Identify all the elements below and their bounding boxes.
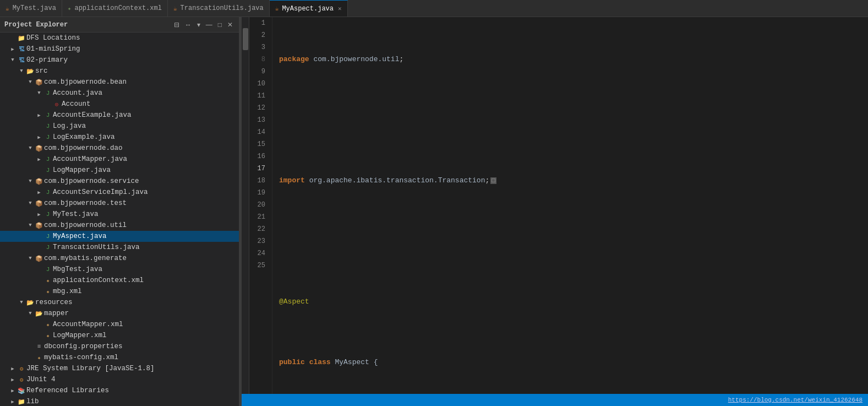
tree-label: applicationContext.xml — [53, 277, 239, 284]
code-line-3: import org.apache.ibatis.transaction.Tra… — [279, 175, 868, 187]
close-sidebar-button[interactable]: ✕ — [226, 20, 234, 29]
properties-icon: ≡ — [34, 343, 44, 350]
code-line-10: public class MyAspect { — [279, 356, 868, 369]
xml-icon: ✦ — [68, 5, 72, 12]
java-file-icon: J — [43, 112, 53, 118]
line-num-2: 2 — [254, 29, 265, 41]
line-num-20: 24 — [254, 247, 265, 259]
minimize-button[interactable]: — — [204, 20, 214, 29]
tree-label: com.bjpowernode.test — [44, 199, 239, 207]
tree-item-myaspectjava[interactable]: J MyAspect.java — [0, 231, 239, 242]
tree-item-referenced-libraries[interactable]: ▶ 📚 Referenced Libraries — [0, 385, 239, 396]
project-icon: 🏗 — [17, 46, 26, 53]
line-num-21: 25 — [254, 259, 265, 272]
tree-item-01-minispring[interactable]: ▶ 🏗 01-miniSpring — [0, 44, 239, 55]
tree-label: com.bjpowernode.service — [44, 177, 239, 185]
xml-file-icon: ✦ — [43, 288, 53, 295]
line-num-10: 14 — [254, 126, 265, 138]
line-num-8: 12 — [254, 102, 265, 114]
tab-transactionutilsjava[interactable]: ☕ TranscationUtils.java — [168, 0, 270, 17]
tab-label: TranscationUtils.java — [181, 4, 264, 12]
tree-item-com-mybatis[interactable]: ▼ 📦 com.mybatis.generate — [0, 253, 239, 264]
line-num-17: 21 — [254, 211, 265, 223]
tree-item-lib[interactable]: ▶ 📁 lib — [0, 396, 239, 406]
tree-item-src[interactable]: ▼ 📂 src — [0, 66, 239, 77]
tree-label: Referenced Libraries — [26, 387, 239, 394]
tree-item-com-test[interactable]: ▼ 📦 com.bjpowernode.test — [0, 198, 239, 209]
tree-item-dbconfigproperties[interactable]: ≡ dbconfig.properties — [0, 341, 239, 352]
tab-applicationcontextxml[interactable]: ✦ applicationContext.xml — [62, 0, 168, 17]
referenced-libs-icon: 📚 — [17, 387, 26, 394]
file-tree[interactable]: 📁 DFS Locations ▶ 🏗 01-miniSpring ▼ 🏗 02… — [0, 33, 239, 406]
folder-icon: 📁 — [17, 35, 26, 42]
tree-item-accountmapperxml[interactable]: ✦ AccountMapper.xml — [0, 319, 239, 330]
line-num-12: 16 — [254, 150, 265, 163]
java-icon: ☕ — [173, 5, 177, 12]
tree-item-com-service[interactable]: ▼ 📦 com.bjpowernode.service — [0, 176, 239, 187]
editor-area: 1 2 3 8 9 10 11 12 13 14 15 16 17 18 19 … — [242, 17, 868, 406]
tree-label: TranscationUtils.java — [53, 243, 239, 251]
tree-label: JRE System Library [JavaSE-1.8] — [26, 365, 239, 372]
tree-item-mapper[interactable]: ▼ 📂 mapper — [0, 308, 239, 319]
tree-label: MyAspect.java — [53, 232, 239, 240]
tree-label: Account — [62, 100, 239, 108]
tree-item-appcontextxml[interactable]: ✦ applicationContext.xml — [0, 275, 239, 286]
tree-item-com-dao[interactable]: ▼ 📦 com.bjpowernode.dao — [0, 143, 239, 154]
status-link[interactable]: https://blog.csdn.net/weixin_41262648 — [728, 397, 862, 403]
tab-close-button[interactable]: ✕ — [338, 5, 342, 12]
tree-item-accountjava[interactable]: ▼ J Account.java — [0, 88, 239, 99]
down-button[interactable]: ▾ — [195, 20, 202, 29]
tree-item-02-primary[interactable]: ▼ 🏗 02-primary — [0, 55, 239, 66]
tree-item-accountserviceimpljava[interactable]: ▶ J AccountServiceImpl.java — [0, 187, 239, 198]
java-file-icon: J — [43, 156, 53, 163]
tree-item-logjava[interactable]: J Log.java — [0, 121, 239, 132]
line-num-4: 8 — [254, 53, 265, 66]
junit-icon: ⚙ — [17, 376, 26, 383]
scroll-indicator[interactable] — [242, 17, 249, 394]
tree-item-logmapperxml[interactable]: ✦ LogMapper.xml — [0, 330, 239, 341]
link-button[interactable]: ↔ — [183, 20, 193, 29]
lib-folder-icon: 📁 — [17, 398, 26, 405]
tree-item-jre[interactable]: ▶ ⚙ JRE System Library [JavaSE-1.8] — [0, 363, 239, 374]
line-num-6: 10 — [254, 78, 265, 90]
tree-item-logmapperjava[interactable]: J LogMapper.java — [0, 165, 239, 176]
tree-item-mybatisconfigxml[interactable]: ✦ mybatis-config.xml — [0, 352, 239, 363]
line-num-19: 23 — [254, 235, 265, 247]
tree-item-com-util[interactable]: ▼ 📦 com.bjpowernode.util — [0, 220, 239, 231]
package-icon: 📦 — [34, 178, 44, 185]
sidebar-header: Project Explorer ⊟ ↔ ▾ — □ ✕ — [0, 17, 239, 33]
tree-item-resources[interactable]: ▼ 📂 resources — [0, 297, 239, 308]
package-icon: 📦 — [34, 222, 44, 229]
tab-myaspectjava[interactable]: ☕ MyAspect.java ✕ — [270, 0, 348, 17]
collapse-button[interactable]: ⊟ — [172, 20, 181, 29]
xml-file-icon: ✦ — [43, 321, 53, 328]
java-file-icon: J — [43, 167, 53, 174]
tree-item-dfs-locations[interactable]: 📁 DFS Locations — [0, 33, 239, 44]
tree-label: 01-miniSpring — [26, 45, 239, 53]
java-file-icon: J — [43, 189, 53, 196]
tab-label: MyAspect.java — [282, 5, 334, 13]
tree-label: mapper — [44, 310, 239, 317]
xml-file-icon: ✦ — [43, 332, 53, 339]
tree-label: 02-primary — [26, 56, 239, 64]
tree-item-logexamplejava[interactable]: ▶ J LogExample.java — [0, 132, 239, 143]
tree-item-transcationutilsjava[interactable]: J TranscationUtils.java — [0, 242, 239, 253]
tree-item-junit4[interactable]: ▶ ⚙ JUnit 4 — [0, 374, 239, 385]
line-num-5: 9 — [254, 66, 265, 78]
tree-item-mbgtestjava[interactable]: J MbgTest.java — [0, 264, 239, 275]
tree-item-com-bean[interactable]: ▼ 📦 com.bjpowernode.bean — [0, 77, 239, 88]
mapper-folder-icon: 📂 — [34, 310, 44, 317]
tree-item-mytestjava[interactable]: ▶ J MyTest.java — [0, 209, 239, 220]
tree-item-accountexamplejava[interactable]: ▶ J AccountExample.java — [0, 110, 239, 121]
scroll-thumb[interactable] — [243, 28, 248, 50]
code-editor[interactable]: 1 2 3 8 9 10 11 12 13 14 15 16 17 18 19 … — [242, 17, 868, 394]
tab-label: applicationContext.xml — [74, 4, 161, 12]
tree-item-account-class[interactable]: ⊙ Account — [0, 99, 239, 110]
tree-item-mbgxml[interactable]: ✦ mbg.xml — [0, 286, 239, 297]
tree-item-accountmapperjava[interactable]: ▶ J AccountMapper.java — [0, 154, 239, 165]
java-file-icon: J — [43, 211, 53, 218]
package-icon: 📦 — [34, 255, 44, 262]
maximize-button[interactable]: □ — [216, 20, 223, 29]
code-text: package com.bjpowernode.util; import org… — [272, 17, 868, 394]
tab-mytestjava[interactable]: ☕ MyTest.java — [0, 0, 62, 17]
